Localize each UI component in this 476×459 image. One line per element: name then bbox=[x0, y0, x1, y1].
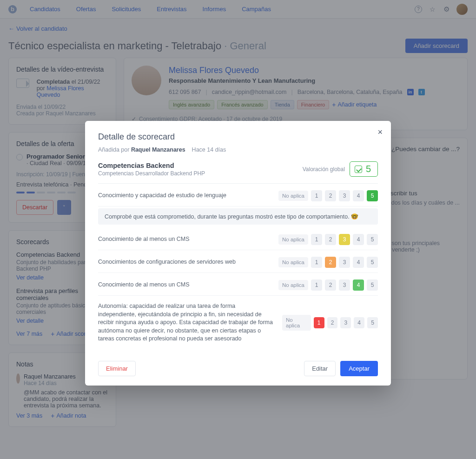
score-3[interactable]: 3 bbox=[339, 190, 350, 201]
score-check-icon bbox=[355, 166, 362, 173]
score-1[interactable]: 1 bbox=[314, 317, 324, 328]
score-5[interactable]: 5 bbox=[367, 190, 378, 201]
score-2[interactable]: 2 bbox=[327, 317, 338, 328]
global-score-label: Valoración global bbox=[303, 166, 345, 173]
score-4[interactable]: 4 bbox=[353, 257, 364, 268]
close-icon[interactable]: × bbox=[377, 127, 383, 137]
criterion-row: Conocimientos de configuraciones de serv… bbox=[98, 250, 378, 273]
criterion-label: Conocimiento de al menos un CMS bbox=[98, 235, 190, 244]
modal-category-desc: Competencias Desarrollador Backend PHP bbox=[98, 170, 205, 177]
score-5[interactable]: 5 bbox=[367, 279, 378, 291]
na-chip[interactable]: No aplica bbox=[278, 257, 308, 267]
score-5[interactable]: 5 bbox=[367, 317, 378, 328]
criterion-row: Conocimiento de al menos un CMSNo aplica… bbox=[98, 227, 378, 250]
global-score-value: 5 bbox=[366, 164, 371, 174]
score-4[interactable]: 4 bbox=[354, 317, 364, 328]
modal-overlay[interactable]: × Detalle de scorecard Añadida por Raque… bbox=[0, 0, 476, 459]
criterion-row: Autonomía: capacidad de realizar una tar… bbox=[98, 296, 378, 348]
modal-when: Hace 14 días bbox=[192, 146, 226, 153]
global-score-box: 5 bbox=[350, 161, 378, 177]
score-1[interactable]: 1 bbox=[311, 190, 322, 201]
criterion-note: Comprobé que está comprometido, durante … bbox=[98, 208, 378, 225]
score-1[interactable]: 1 bbox=[311, 257, 322, 268]
criterion-label: Conocimiento de al menos un CMS bbox=[98, 281, 190, 289]
score-3[interactable]: 3 bbox=[339, 279, 350, 291]
criterion-row: Conocimiento y capacidad de estudio de l… bbox=[98, 184, 378, 206]
criterion-label: Conocimientos de configuraciones de serv… bbox=[98, 258, 236, 266]
na-chip[interactable]: No aplica bbox=[278, 234, 308, 245]
modal-author: Raquel Manzanares bbox=[131, 146, 185, 153]
score-3[interactable]: 3 bbox=[339, 257, 350, 268]
na-chip[interactable]: No aplica bbox=[278, 191, 308, 201]
score-4[interactable]: 4 bbox=[353, 234, 364, 245]
score-1[interactable]: 1 bbox=[311, 234, 322, 245]
accept-button[interactable]: Aceptar bbox=[340, 361, 378, 376]
edit-button[interactable]: Editar bbox=[304, 361, 336, 376]
score-2[interactable]: 2 bbox=[325, 234, 336, 245]
delete-button[interactable]: Eliminar bbox=[98, 361, 136, 376]
criterion-row: Conocimiento de al menos un CMSNo aplica… bbox=[98, 273, 378, 296]
score-2[interactable]: 2 bbox=[325, 257, 336, 268]
criterion-label: Conocimiento y capacidad de estudio de l… bbox=[98, 192, 226, 200]
na-chip[interactable]: No aplica bbox=[282, 315, 311, 331]
score-4[interactable]: 4 bbox=[353, 190, 364, 201]
na-chip[interactable]: No aplica bbox=[278, 280, 308, 290]
score-2[interactable]: 2 bbox=[325, 279, 336, 291]
criterion-label: Autonomía: capacidad de realizar una tar… bbox=[98, 302, 275, 343]
scorecard-modal: × Detalle de scorecard Añadida por Raque… bbox=[85, 121, 391, 386]
modal-title: Detalle de scorecard bbox=[98, 132, 378, 142]
score-3[interactable]: 3 bbox=[340, 317, 351, 328]
score-4[interactable]: 4 bbox=[353, 279, 364, 291]
modal-category-title: Competencias Backend bbox=[98, 162, 205, 169]
score-5[interactable]: 5 bbox=[367, 234, 378, 245]
score-5[interactable]: 5 bbox=[367, 257, 378, 268]
score-3[interactable]: 3 bbox=[339, 234, 350, 245]
score-1[interactable]: 1 bbox=[311, 279, 322, 291]
score-2[interactable]: 2 bbox=[325, 190, 336, 201]
